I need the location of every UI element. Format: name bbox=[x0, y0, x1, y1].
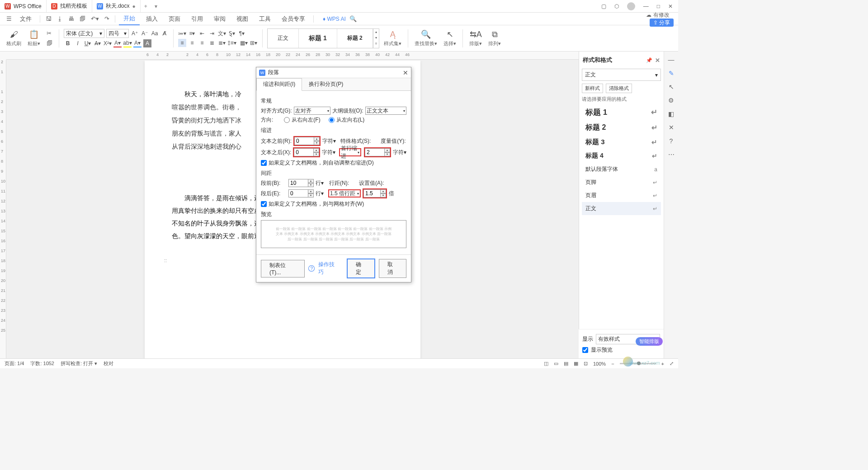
zoom-value[interactable]: 100% bbox=[593, 361, 606, 367]
char-shading-icon[interactable]: A bbox=[143, 39, 151, 47]
more-icon[interactable]: ⋯ bbox=[668, 151, 675, 158]
tab-wps-home[interactable]: W WPS Office bbox=[0, 0, 47, 12]
print-preview-icon[interactable]: 🗐 bbox=[78, 14, 87, 23]
style-body-text[interactable]: 正文↵ bbox=[582, 202, 661, 215]
space-after-spinner[interactable]: ▴▾ bbox=[288, 189, 314, 197]
font-color-icon[interactable]: A▾ bbox=[113, 39, 122, 47]
tab-line-page[interactable]: 换行和分页(P) bbox=[302, 78, 350, 90]
settings-icon[interactable]: ⚙ bbox=[668, 97, 674, 104]
print-icon[interactable]: 🖶 bbox=[66, 14, 76, 23]
increase-font-icon[interactable]: A⁺ bbox=[131, 29, 139, 38]
decrease-font-icon[interactable]: A⁻ bbox=[141, 29, 149, 38]
layout-group[interactable]: ⇆A 排版▾ bbox=[467, 29, 484, 47]
redo-icon[interactable]: ↷ bbox=[103, 14, 111, 23]
decrease-indent-icon[interactable]: ⇤ bbox=[198, 29, 206, 38]
edit-pencil-icon[interactable]: ✎ bbox=[669, 70, 674, 77]
italic-icon[interactable]: I bbox=[74, 39, 82, 47]
font-size-select[interactable]: 四号▾ bbox=[106, 29, 129, 38]
font-name-select[interactable]: 宋体 (正文)▾ bbox=[64, 29, 104, 38]
avatar[interactable] bbox=[627, 2, 635, 10]
fit-icon[interactable]: ⤢ bbox=[670, 361, 674, 367]
numbering-icon[interactable]: ≡▾ bbox=[188, 29, 196, 38]
style-heading-4[interactable]: 标题 4↵ bbox=[582, 149, 661, 163]
ok-button[interactable]: 确定 bbox=[347, 258, 375, 278]
style-h2[interactable]: 标题 2 bbox=[337, 29, 373, 48]
distribute-icon[interactable]: ≣▾ bbox=[218, 39, 226, 47]
change-case-icon[interactable]: Aa bbox=[151, 29, 159, 38]
save-icon[interactable]: 🖫 bbox=[44, 14, 53, 23]
clear-format-button[interactable]: 清除格式 bbox=[606, 84, 632, 93]
menu-tools[interactable]: 工具 bbox=[255, 13, 275, 25]
align-left-icon[interactable]: ≡ bbox=[178, 39, 186, 47]
special-format-select[interactable]: 首行缩进▾ bbox=[339, 148, 361, 156]
proofread-status[interactable]: 校对 bbox=[104, 360, 113, 367]
space-before-spinner[interactable]: ▴▾ bbox=[288, 179, 314, 187]
borders-icon[interactable]: ⊞▾ bbox=[250, 39, 258, 47]
dialog-close-icon[interactable]: ✕ bbox=[403, 69, 408, 76]
clear-format-icon[interactable]: A̸ bbox=[160, 29, 169, 38]
paste-group[interactable]: 📋 粘贴▾ bbox=[26, 29, 42, 47]
menu-insert[interactable]: 插入 bbox=[142, 13, 162, 25]
tips-link[interactable]: 操作技巧 bbox=[318, 261, 339, 276]
menu-ref[interactable]: 引用 bbox=[187, 13, 208, 25]
strike-icon[interactable]: A̶▾ bbox=[94, 39, 102, 47]
tab-menu-icon[interactable]: ▾ bbox=[151, 3, 161, 9]
vertical-ruler[interactable]: 2112345678910111213141516171819202122232… bbox=[0, 60, 6, 358]
tab-indent-spacing[interactable]: 缩进和间距(I) bbox=[256, 78, 302, 91]
cancel-button[interactable]: 取消 bbox=[379, 259, 406, 278]
line-spacing-icon[interactable]: ‡≡▾ bbox=[228, 39, 236, 47]
highlight-icon[interactable]: ab▾ bbox=[123, 39, 132, 47]
gallery-arrows[interactable]: ▴▾≡ bbox=[373, 29, 379, 48]
view-web-icon[interactable]: ▤ bbox=[564, 361, 568, 367]
menu-member[interactable]: 会员专享 bbox=[277, 13, 310, 25]
help-icon[interactable]: ? bbox=[670, 137, 673, 145]
share-button[interactable]: ⇪ 分享 bbox=[650, 19, 674, 27]
pin-icon[interactable]: 📌 bbox=[646, 57, 652, 63]
new-style-button[interactable]: 新样式 bbox=[582, 84, 603, 93]
dir-rtl-radio[interactable] bbox=[284, 117, 290, 123]
align-select[interactable]: 左对齐▾ bbox=[294, 107, 330, 115]
export-icon[interactable]: ⭳ bbox=[55, 14, 65, 23]
horizontal-ruler[interactable]: 6422468101214161820222426283032343638404… bbox=[6, 52, 579, 60]
align-center-icon[interactable]: ≡ bbox=[188, 39, 196, 47]
metric-spinner[interactable]: ▴▾ bbox=[365, 148, 390, 156]
menu-start[interactable]: 开始 bbox=[119, 13, 140, 25]
close-icon[interactable]: ✕ bbox=[668, 3, 673, 9]
word-count[interactable]: 字数: 1052 bbox=[30, 360, 54, 367]
show-marks-icon[interactable]: ¶▾ bbox=[238, 29, 246, 38]
underline-icon[interactable]: U▾ bbox=[84, 39, 92, 47]
zoom-in-icon[interactable]: + bbox=[661, 361, 664, 367]
zoom-out-icon[interactable]: − bbox=[611, 361, 614, 367]
bullets-icon[interactable]: ≔▾ bbox=[178, 29, 186, 38]
window-fit-icon[interactable]: ▢ bbox=[601, 3, 606, 9]
view-read-icon[interactable]: ▭ bbox=[554, 361, 558, 367]
tab-templates[interactable]: D 找稻壳模板 bbox=[47, 0, 92, 12]
text-effect-icon[interactable]: A▾ bbox=[133, 39, 142, 47]
sort-icon[interactable]: Ȿ▾ bbox=[228, 29, 236, 38]
style-heading-2[interactable]: 标题 2↵ bbox=[582, 120, 661, 135]
style-h1[interactable]: 标题 1 bbox=[299, 29, 337, 48]
text-before-spinner[interactable]: ▴▾ bbox=[294, 137, 320, 145]
dialog-titlebar[interactable]: W 段落 ✕ bbox=[256, 67, 411, 78]
format-painter-group[interactable]: 🖌 格式刷 bbox=[5, 30, 23, 47]
menu-page[interactable]: 页面 bbox=[164, 13, 185, 25]
cube-icon[interactable]: ⬡ bbox=[614, 3, 619, 9]
cursor-icon[interactable]: ↖ bbox=[669, 83, 674, 90]
smart-layout-badge[interactable]: 智能排版 bbox=[636, 337, 663, 346]
bold-icon[interactable]: B bbox=[64, 39, 72, 47]
view-print-icon[interactable]: ▦ bbox=[574, 361, 578, 367]
modified-badge[interactable]: ☁ 有修改 bbox=[646, 11, 674, 19]
wps-ai-button[interactable]: ♦ WPS AI bbox=[323, 16, 346, 22]
panel-close-icon[interactable]: ✕ bbox=[655, 57, 660, 64]
maximize-icon[interactable]: □ bbox=[657, 3, 660, 9]
menu-file[interactable]: 文件 bbox=[15, 13, 36, 25]
tab-document[interactable]: W 秋天.docx ● bbox=[92, 0, 141, 12]
menu-review[interactable]: 审阅 bbox=[209, 13, 230, 25]
tools-icon[interactable]: ✕ bbox=[669, 124, 674, 131]
spell-check-status[interactable]: 拼写检查: 打开 ▾ bbox=[61, 360, 97, 367]
align-justify-icon[interactable]: ≣ bbox=[208, 39, 216, 47]
show-preview-checkbox[interactable] bbox=[582, 347, 588, 353]
copy-icon[interactable]: 🗐 bbox=[45, 39, 54, 47]
arrange-group[interactable]: ⧉ 排列▾ bbox=[486, 30, 503, 47]
hamburger-icon[interactable]: ☰ bbox=[5, 14, 14, 23]
